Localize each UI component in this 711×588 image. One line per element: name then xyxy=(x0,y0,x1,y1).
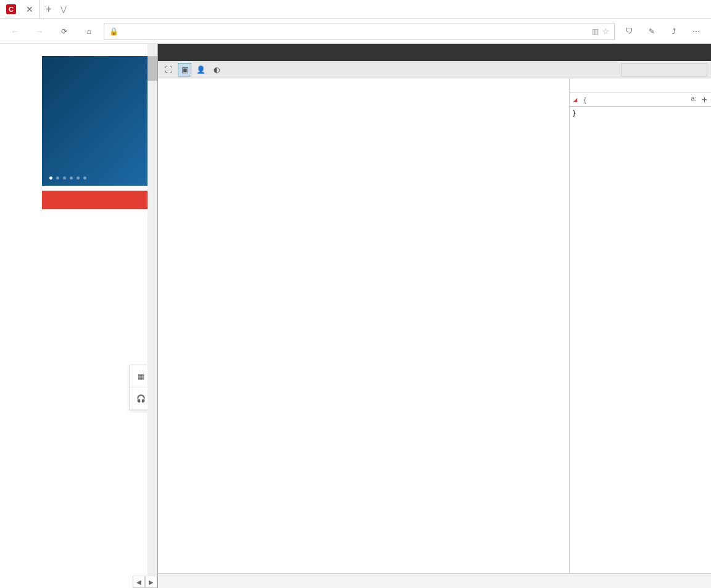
window-close-button[interactable] xyxy=(683,0,711,19)
close-icon[interactable]: ✕ xyxy=(26,4,33,14)
forward-button[interactable]: → xyxy=(30,22,49,41)
devtools-search[interactable] xyxy=(621,63,707,77)
favorites-icon[interactable]: ⛉ xyxy=(620,22,639,41)
elements-tree[interactable] xyxy=(158,78,569,573)
csdn-favicon-icon: C xyxy=(6,4,16,14)
titlebar: C ✕ + ⋁ xyxy=(0,0,711,19)
tab-overflow-icon[interactable]: ⋁ xyxy=(57,5,70,14)
devtools-tabs xyxy=(158,44,711,61)
addressbar: ← → ⟳ ⌂ 🔒 ▥ ☆ ⛉ ✎ ⤴ ⋯ xyxy=(0,19,711,44)
csdn-logo xyxy=(0,44,12,51)
inspect-icon[interactable]: ⛶ xyxy=(162,63,175,77)
red-divider xyxy=(42,191,157,209)
inline-style-label: { xyxy=(582,96,586,104)
notes-icon[interactable]: ✎ xyxy=(642,22,662,41)
share-icon[interactable]: ⤴ xyxy=(664,22,684,41)
back-button[interactable]: ← xyxy=(5,22,25,41)
page-content: ▦ 🎧 ◀▶ xyxy=(0,44,157,588)
scroll-left-button[interactable]: ◀ xyxy=(133,576,145,588)
window-maximize-button[interactable] xyxy=(654,0,683,19)
styles-content[interactable]: } xyxy=(570,107,711,573)
styles-panel: ◢ { a:+ } xyxy=(569,78,711,573)
add-rule-button[interactable]: + xyxy=(702,94,707,106)
home-button[interactable]: ⌂ xyxy=(79,22,99,41)
highlight-icon[interactable]: ▣ xyxy=(178,63,191,77)
window-minimize-button[interactable] xyxy=(626,0,654,19)
pseudo-a-button[interactable]: a: xyxy=(691,94,696,106)
browser-tab[interactable]: C ✕ xyxy=(0,0,40,19)
new-tab-button[interactable]: + xyxy=(40,4,57,15)
styles-tabs xyxy=(570,78,711,93)
elements-breadcrumb xyxy=(158,573,711,588)
accessibility-icon[interactable]: 👤 xyxy=(194,63,207,77)
hero-dots[interactable] xyxy=(49,176,86,180)
devtools: ⛶ ▣ 👤 ◐ ◢ { a:+ } xyxy=(157,44,711,588)
url-box[interactable]: 🔒 ▥ ☆ xyxy=(104,23,615,40)
csdn-nav xyxy=(12,46,19,51)
reader-icon[interactable]: ▥ xyxy=(592,27,599,36)
menu-icon[interactable]: ⋯ xyxy=(686,22,706,41)
styles-toolbar: ◢ { a:+ xyxy=(570,93,711,107)
hero-banner[interactable] xyxy=(42,56,157,186)
refresh-button[interactable]: ⟳ xyxy=(54,22,74,41)
lock-icon: 🔒 xyxy=(109,27,118,36)
color-picker-icon[interactable]: ◐ xyxy=(210,63,223,77)
devtools-toolbar: ⛶ ▣ 👤 ◐ xyxy=(158,61,711,78)
scroll-right-button[interactable]: ▶ xyxy=(145,576,157,588)
favorite-icon[interactable]: ☆ xyxy=(602,27,609,36)
page-scrollbar[interactable] xyxy=(148,44,157,576)
